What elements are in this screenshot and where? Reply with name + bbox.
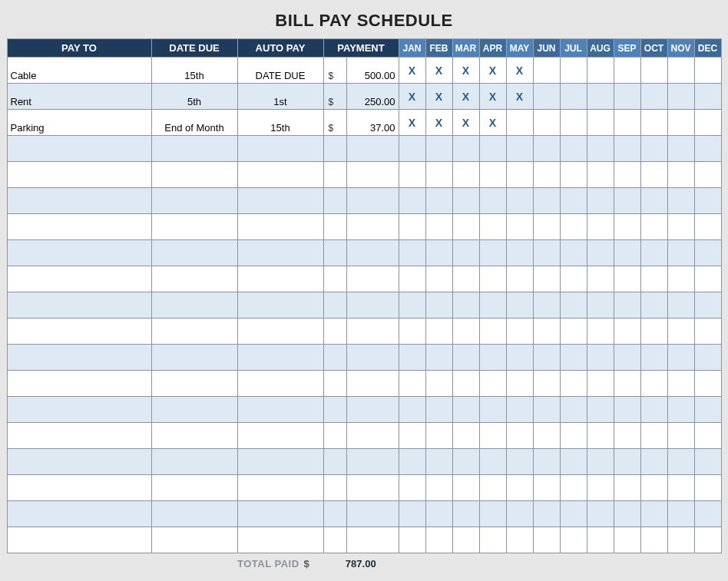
cell-pay-to[interactable]	[7, 397, 151, 423]
cell-month-dec[interactable]	[694, 397, 721, 423]
cell-month-aug[interactable]	[587, 449, 614, 475]
cell-month-feb[interactable]	[425, 371, 452, 397]
cell-month-feb[interactable]	[425, 136, 452, 162]
cell-month-mar[interactable]	[452, 136, 479, 162]
cell-month-apr[interactable]: X	[479, 110, 506, 136]
cell-month-jul[interactable]	[560, 371, 587, 397]
cell-month-may[interactable]	[506, 501, 533, 527]
cell-month-nov[interactable]	[667, 475, 694, 501]
cell-auto-pay[interactable]	[237, 501, 323, 527]
cell-month-jun[interactable]	[533, 501, 560, 527]
cell-month-aug[interactable]	[587, 292, 614, 319]
cell-pay-to[interactable]	[7, 162, 151, 188]
cell-month-may[interactable]	[506, 266, 533, 292]
cell-month-apr[interactable]	[479, 397, 506, 423]
cell-date-due[interactable]	[151, 319, 237, 345]
cell-payment-currency[interactable]	[323, 475, 346, 501]
cell-month-nov[interactable]	[667, 110, 694, 136]
cell-payment-amount[interactable]	[346, 527, 399, 553]
cell-payment-amount[interactable]	[346, 136, 399, 162]
cell-pay-to[interactable]	[7, 136, 151, 162]
cell-pay-to[interactable]	[7, 475, 151, 501]
cell-date-due[interactable]	[151, 475, 237, 501]
cell-month-feb[interactable]: X	[425, 84, 452, 110]
cell-month-sep[interactable]	[614, 527, 640, 553]
cell-auto-pay[interactable]	[237, 319, 323, 345]
cell-month-jul[interactable]	[560, 188, 587, 214]
cell-pay-to[interactable]: Rent	[7, 84, 151, 110]
cell-month-aug[interactable]	[587, 475, 614, 501]
cell-month-feb[interactable]	[425, 214, 452, 240]
cell-payment-amount[interactable]	[346, 371, 399, 397]
cell-auto-pay[interactable]: 15th	[237, 110, 323, 136]
cell-month-jun[interactable]	[533, 188, 560, 214]
cell-auto-pay[interactable]	[237, 162, 323, 188]
cell-month-jul[interactable]	[560, 240, 587, 266]
cell-month-jul[interactable]	[560, 475, 587, 501]
cell-pay-to[interactable]	[7, 501, 151, 527]
cell-payment-currency[interactable]	[323, 240, 346, 266]
cell-month-aug[interactable]	[587, 527, 614, 553]
cell-month-dec[interactable]	[694, 214, 721, 240]
cell-month-aug[interactable]	[587, 501, 614, 527]
cell-pay-to[interactable]	[7, 188, 151, 214]
cell-month-sep[interactable]	[614, 58, 640, 84]
cell-month-aug[interactable]	[587, 58, 614, 84]
cell-month-sep[interactable]	[614, 449, 640, 475]
cell-month-jul[interactable]	[560, 266, 587, 292]
cell-auto-pay[interactable]	[237, 345, 323, 371]
cell-month-jun[interactable]	[533, 371, 560, 397]
cell-month-apr[interactable]	[479, 449, 506, 475]
cell-month-aug[interactable]	[587, 240, 614, 266]
cell-month-apr[interactable]	[479, 240, 506, 266]
cell-month-nov[interactable]	[667, 136, 694, 162]
cell-month-jul[interactable]	[560, 319, 587, 345]
cell-month-sep[interactable]	[614, 240, 640, 266]
header-month-nov[interactable]: NOV	[667, 39, 694, 58]
cell-month-aug[interactable]	[587, 188, 614, 214]
cell-auto-pay[interactable]	[237, 214, 323, 240]
cell-month-may[interactable]	[506, 292, 533, 319]
cell-month-apr[interactable]	[479, 136, 506, 162]
cell-month-apr[interactable]	[479, 345, 506, 371]
cell-pay-to[interactable]: Parking	[7, 110, 151, 136]
cell-month-feb[interactable]	[425, 162, 452, 188]
cell-month-aug[interactable]	[587, 266, 614, 292]
cell-month-jan[interactable]	[399, 371, 425, 397]
cell-month-aug[interactable]	[587, 214, 614, 240]
cell-month-feb[interactable]	[425, 292, 452, 319]
header-month-jun[interactable]: JUN	[533, 39, 560, 58]
cell-payment-amount[interactable]	[346, 397, 399, 423]
cell-month-aug[interactable]	[587, 319, 614, 345]
cell-month-aug[interactable]	[587, 345, 614, 371]
cell-month-may[interactable]	[506, 423, 533, 449]
cell-month-oct[interactable]	[640, 266, 667, 292]
cell-month-apr[interactable]: X	[479, 84, 506, 110]
cell-month-jan[interactable]	[399, 475, 425, 501]
cell-auto-pay[interactable]: 1st	[237, 84, 323, 110]
cell-auto-pay[interactable]	[237, 266, 323, 292]
cell-month-feb[interactable]	[425, 423, 452, 449]
cell-month-dec[interactable]	[694, 188, 721, 214]
cell-date-due[interactable]	[151, 292, 237, 319]
cell-date-due[interactable]	[151, 240, 237, 266]
cell-month-jan[interactable]	[399, 214, 425, 240]
cell-month-jan[interactable]	[399, 345, 425, 371]
cell-pay-to[interactable]: Cable	[7, 58, 151, 84]
cell-payment-amount[interactable]	[346, 501, 399, 527]
cell-month-jan[interactable]	[399, 501, 425, 527]
cell-month-nov[interactable]	[667, 371, 694, 397]
cell-month-jun[interactable]	[533, 110, 560, 136]
cell-month-feb[interactable]: X	[425, 58, 452, 84]
cell-month-sep[interactable]	[614, 319, 640, 345]
cell-month-may[interactable]	[506, 188, 533, 214]
cell-date-due[interactable]	[151, 136, 237, 162]
cell-auto-pay[interactable]: DATE DUE	[237, 58, 323, 84]
cell-month-apr[interactable]	[479, 292, 506, 319]
cell-month-oct[interactable]	[640, 58, 667, 84]
cell-month-may[interactable]: X	[506, 58, 533, 84]
cell-month-jan[interactable]	[399, 162, 425, 188]
cell-month-dec[interactable]	[694, 58, 721, 84]
cell-month-jul[interactable]	[560, 345, 587, 371]
cell-date-due[interactable]	[151, 214, 237, 240]
